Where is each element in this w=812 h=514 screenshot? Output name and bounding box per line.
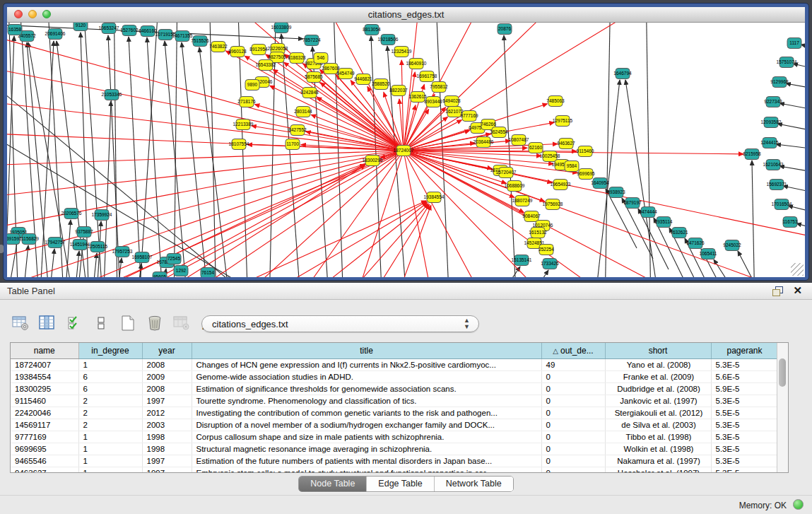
graph-node-yellow[interactable]: 8960128 [228, 47, 247, 57]
table-row[interactable]: 977716911998Corpus callosum shape and si… [11, 431, 778, 443]
table-cell[interactable]: Disruption of a novel member of a sodium… [192, 419, 541, 431]
graph-node-yellow[interactable]: 12325419 [392, 47, 412, 57]
table-cell[interactable]: 0 [541, 431, 605, 443]
node-table-grid[interactable]: namein_degreeyeartitle△out_de...shortpag… [11, 343, 779, 473]
edge[interactable] [714, 259, 745, 277]
edge[interactable] [788, 206, 805, 213]
table-cell[interactable]: 5.3E-5 [711, 443, 778, 455]
graph-node-yellow[interactable]: 9777169 [460, 111, 478, 122]
edge[interactable] [114, 23, 117, 277]
graph-node-teal[interactable]: 76154 [201, 268, 215, 278]
table-cell[interactable]: 6 [78, 371, 142, 383]
control-panel-grip[interactable] [0, 245, 4, 253]
scrollbar-thumb[interactable] [779, 358, 786, 387]
table-header-row[interactable]: namein_degreeyeartitle△out_de...shortpag… [11, 343, 778, 359]
table-cell[interactable]: Stergiakouli et al. (2012) [605, 407, 711, 419]
edge[interactable] [783, 186, 805, 193]
edge[interactable] [786, 83, 805, 89]
edge[interactable] [182, 42, 209, 277]
graph-node-yellow[interactable]: 16961758 [417, 71, 437, 82]
table-cell[interactable]: 0 [541, 419, 605, 431]
table-cell[interactable]: 1998 [142, 431, 192, 443]
edge[interactable] [777, 124, 805, 132]
table-cell[interactable]: Yano et al. (2008) [605, 359, 711, 371]
table-cell[interactable]: Franke et al. (2009) [605, 371, 711, 383]
table-cell[interactable]: 5.3E-5 [711, 419, 778, 431]
graph-node-yellow[interactable]: 2588520 [372, 79, 390, 90]
edge[interactable] [209, 23, 216, 277]
table-cell[interactable]: 1998 [142, 443, 192, 455]
column-header-short[interactable]: short [605, 343, 711, 359]
show-columns-icon[interactable] [38, 314, 57, 332]
graph-node-teal[interactable]: 7857224 [302, 35, 321, 46]
table-row[interactable]: 969969511998Structural magnetic resonanc… [11, 443, 778, 455]
graph-node-teal[interactable]: 21053346 [102, 90, 122, 100]
column-header-title[interactable]: title [192, 343, 541, 359]
graph-node-yellow[interactable]: 9699695 [577, 169, 595, 180]
graph-node-teal[interactable]: 11156829 [19, 234, 39, 245]
graph-node-teal[interactable]: 12093582 [761, 117, 782, 128]
tab-edge-table[interactable]: Edge Table [367, 477, 434, 491]
table-row[interactable]: 946362711997Embryonic stem cells: a mode… [11, 467, 778, 474]
graph-node-teal[interactable]: 9375887 [75, 227, 93, 238]
table-cell[interactable]: Investigating the contribution of common… [192, 407, 541, 419]
table-cell[interactable]: 9463627 [11, 467, 78, 474]
table-cell[interactable]: 2003 [142, 419, 192, 431]
graph-node-yellow[interactable]: 8186328 [288, 53, 306, 64]
edge[interactable] [752, 160, 755, 277]
edge[interactable] [73, 251, 79, 277]
graph-node-teal[interactable]: 72545 [167, 254, 181, 264]
column-header-pagerank[interactable]: pagerank [711, 343, 778, 359]
graph-node-yellow[interactable]: 8427552 [288, 125, 307, 136]
graph-node-teal[interactable]: 10653247 [99, 23, 119, 34]
table-row[interactable]: 946554611997Estimation of the future num… [11, 455, 778, 467]
graph-node-teal[interactable]: 16958107 [132, 252, 153, 263]
graph-node-teal[interactable]: 12505115 [88, 242, 108, 252]
table-cell[interactable]: 22420046 [11, 407, 78, 419]
table-cell[interactable]: 18300295 [11, 383, 78, 395]
table-cell[interactable]: 5.9E-5 [711, 383, 778, 395]
resize-grip[interactable] [791, 263, 804, 276]
network-window-titlebar[interactable]: citations_edges.txt [7, 7, 805, 23]
memory-ok-indicator[interactable] [793, 499, 804, 510]
graph-node-yellow[interactable]: 11700 [286, 139, 300, 150]
graph-node-yellow[interactable]: 546 [314, 53, 328, 64]
table-cell[interactable]: Estimation of significance thresholds fo… [192, 383, 541, 395]
graph-node-yellow[interactable]: 62160 [529, 143, 543, 153]
graph-node-yellow[interactable]: 2718176 [237, 97, 256, 107]
edge[interactable] [281, 34, 301, 277]
tab-network-table[interactable]: Network Table [435, 477, 513, 491]
edge[interactable] [796, 223, 805, 229]
edge[interactable] [625, 80, 660, 277]
table-cell[interactable]: 6 [78, 383, 142, 395]
table-cell[interactable]: 0 [541, 395, 605, 407]
graph-node-teal[interactable]: 15751074 [777, 57, 797, 68]
table-cell[interactable]: 19384554 [11, 371, 78, 383]
edge[interactable] [387, 46, 407, 277]
graph-node-yellow[interactable]: 12213389 [233, 119, 254, 130]
graph-node-yellow[interactable]: 7485063 [546, 96, 565, 107]
table-cell[interactable]: 5.6E-5 [711, 371, 778, 383]
table-settings-icon[interactable] [11, 314, 30, 332]
edge[interactable] [605, 23, 611, 277]
table-cell[interactable]: Corpus callosum shape and size in male p… [192, 431, 541, 443]
graph-node-teal[interactable]: 14671355 [172, 31, 193, 42]
graph-node-yellow[interactable]: 10807487 [509, 135, 529, 146]
graph-node-yellow[interactable]: 8454749 [336, 69, 355, 79]
graph-node-teal[interactable]: 9227343 [764, 97, 782, 107]
graph-node-teal[interactable]: 20691406 [45, 29, 66, 40]
edge[interactable] [404, 72, 415, 151]
table-cell[interactable]: Embryonic stem cells: a model to study s… [192, 467, 541, 474]
edge[interactable] [139, 23, 160, 277]
table-cell[interactable]: 9465546 [11, 455, 78, 467]
table-cell[interactable]: Hescheler et al. (1997) [605, 467, 711, 474]
edge[interactable] [492, 267, 520, 277]
delete-table-icon[interactable] [146, 314, 164, 332]
table-cell[interactable]: 1 [78, 431, 142, 443]
table-cell[interactable]: 9115460 [11, 395, 78, 407]
graph-node-yellow[interactable]: 18107554 [229, 139, 249, 150]
graph-node-yellow[interactable]: 9584 [565, 161, 579, 172]
tab-node-table[interactable]: Node Table [299, 477, 367, 491]
column-header-in_degree[interactable]: in_degree [78, 343, 142, 359]
column-header-year[interactable]: year [142, 343, 192, 359]
